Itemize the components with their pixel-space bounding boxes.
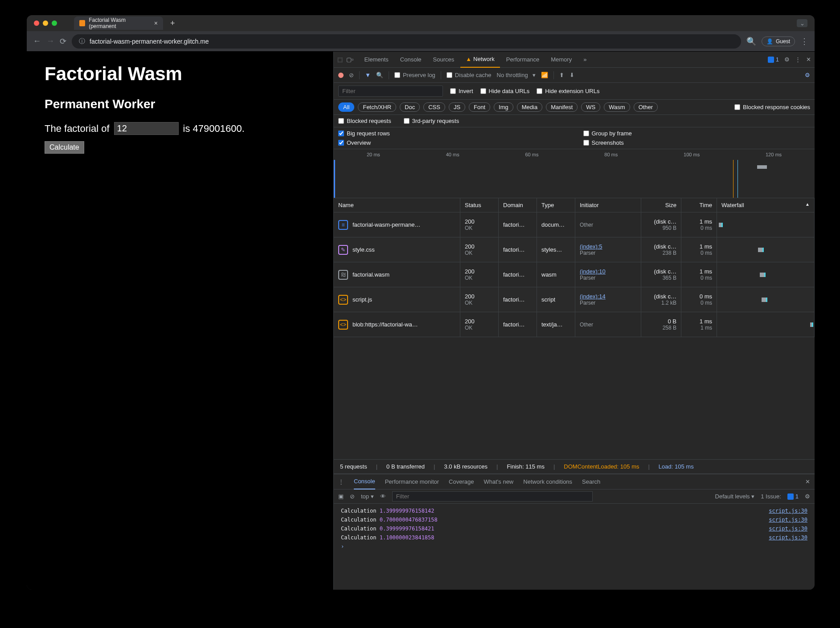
search-icon[interactable]: 🔍 bbox=[376, 72, 383, 78]
drawer-close-icon[interactable]: ✕ bbox=[805, 478, 810, 485]
log-source-link[interactable]: script.js:30 bbox=[769, 508, 807, 514]
overview-checkbox[interactable]: Overview bbox=[338, 139, 565, 146]
network-conditions-icon[interactable]: 📶 bbox=[541, 72, 548, 78]
console-issue-badge[interactable]: 1 bbox=[787, 493, 799, 500]
browser-window: Factorial Wasm (permanent × + ⌄ ← → ⟳ ⓘ … bbox=[27, 15, 815, 590]
tab-console[interactable]: Console bbox=[395, 52, 427, 68]
kebab-menu-icon[interactable]: ⋮ bbox=[800, 37, 808, 46]
console-settings-icon[interactable]: ⚙ bbox=[805, 493, 810, 500]
third-party-checkbox[interactable]: 3rd-party requests bbox=[404, 118, 459, 124]
drawer-kebab-icon[interactable]: ⋮ bbox=[338, 478, 344, 485]
tab-close-icon[interactable]: × bbox=[154, 20, 158, 27]
factorial-input[interactable] bbox=[114, 122, 179, 135]
col-waterfall[interactable]: Waterfall▲ bbox=[717, 198, 815, 212]
inspect-icon[interactable]: ⬚ bbox=[337, 56, 343, 63]
tab-network[interactable]: ▲Network bbox=[460, 52, 500, 68]
chip-img[interactable]: Img bbox=[494, 102, 513, 112]
log-source-link[interactable]: script.js:30 bbox=[769, 517, 807, 523]
table-row[interactable]: ≡factorial-wasm-permane… 200OK factori… … bbox=[334, 212, 815, 237]
chip-manifest[interactable]: Manifest bbox=[546, 102, 578, 112]
close-window-icon[interactable] bbox=[34, 20, 39, 26]
preserve-log-checkbox[interactable]: Preserve log bbox=[394, 72, 435, 78]
live-expression-icon[interactable]: 👁 bbox=[380, 493, 386, 500]
timeline-overview[interactable]: 20 ms 40 ms 60 ms 80 ms 100 ms 120 ms bbox=[334, 149, 815, 198]
console-clear-icon[interactable]: ⊘ bbox=[350, 493, 355, 500]
zoom-icon[interactable]: 🔍 bbox=[746, 37, 756, 46]
chip-other[interactable]: Other bbox=[634, 102, 658, 112]
big-rows-checkbox[interactable]: Big request rows bbox=[338, 130, 565, 137]
log-source-link[interactable]: script.js:30 bbox=[769, 534, 807, 541]
screenshots-checkbox[interactable]: Screenshots bbox=[583, 139, 811, 146]
drawer-tab-search[interactable]: Search bbox=[582, 478, 600, 485]
table-row[interactable]: <>blob:https://factorial-wa… 200OK facto… bbox=[334, 312, 815, 337]
hide-data-urls-checkbox[interactable]: Hide data URLs bbox=[480, 88, 530, 94]
tab-sources[interactable]: Sources bbox=[428, 52, 460, 68]
levels-select[interactable]: Default levels ▾ bbox=[715, 493, 755, 500]
console-prompt[interactable]: › bbox=[334, 542, 815, 551]
filter-toggle-icon[interactable]: ▼ bbox=[365, 72, 371, 78]
col-initiator[interactable]: Initiator bbox=[575, 198, 641, 212]
invert-checkbox[interactable]: Invert bbox=[450, 88, 473, 94]
tab-performance[interactable]: Performance bbox=[501, 52, 545, 68]
col-time[interactable]: Time bbox=[681, 198, 717, 212]
chip-css[interactable]: CSS bbox=[423, 102, 445, 112]
browser-tab[interactable]: Factorial Wasm (permanent × bbox=[74, 16, 163, 30]
devtools-close-icon[interactable]: ✕ bbox=[806, 56, 811, 63]
drawer-tab-whatsnew[interactable]: What's new bbox=[484, 478, 513, 485]
url-bar[interactable]: ⓘ factorial-wasm-permanent-worker.glitch… bbox=[72, 34, 741, 49]
new-tab-button[interactable]: + bbox=[168, 19, 178, 28]
calculate-button[interactable]: Calculate bbox=[45, 141, 84, 154]
chip-js[interactable]: JS bbox=[449, 102, 465, 112]
col-type[interactable]: Type bbox=[537, 198, 575, 212]
network-settings-icon[interactable]: ⚙ bbox=[805, 72, 810, 78]
log-source-link[interactable]: script.js:30 bbox=[769, 526, 807, 532]
context-select[interactable]: top ▾ bbox=[361, 493, 374, 500]
issues-badge[interactable]: 1 bbox=[768, 56, 779, 63]
drawer-tab-netcond[interactable]: Network conditions bbox=[523, 478, 572, 485]
maximize-window-icon[interactable] bbox=[52, 20, 57, 26]
chip-all[interactable]: All bbox=[338, 102, 354, 112]
device-toggle-icon[interactable]: ▢▫ bbox=[346, 56, 354, 63]
drawer-tab-coverage[interactable]: Coverage bbox=[449, 478, 474, 485]
col-domain[interactable]: Domain bbox=[499, 198, 537, 212]
console-filter-input[interactable] bbox=[392, 491, 593, 502]
chip-media[interactable]: Media bbox=[517, 102, 542, 112]
table-row[interactable]: ✎style.css 200OK factori… styles… (index… bbox=[334, 237, 815, 262]
console-body[interactable]: Calculation 1.399999976158142script.js:3… bbox=[334, 504, 815, 590]
chip-doc[interactable]: Doc bbox=[400, 102, 420, 112]
blocked-requests-checkbox[interactable]: Blocked requests bbox=[338, 118, 391, 124]
filter-input[interactable] bbox=[338, 86, 443, 97]
tab-memory[interactable]: Memory bbox=[545, 52, 577, 68]
upload-har-icon[interactable]: ⬆ bbox=[559, 72, 564, 78]
drawer-tab-perfmon[interactable]: Performance monitor bbox=[385, 478, 439, 485]
record-button[interactable] bbox=[338, 73, 344, 78]
group-frame-checkbox[interactable]: Group by frame bbox=[583, 130, 811, 137]
devtools-settings-icon[interactable]: ⚙ bbox=[784, 56, 790, 63]
chip-fetch-xhr[interactable]: Fetch/XHR bbox=[358, 102, 396, 112]
tab-elements[interactable]: Elements bbox=[359, 52, 394, 68]
throttling-select[interactable]: No throttling ▾ bbox=[497, 72, 536, 78]
col-status[interactable]: Status bbox=[460, 198, 499, 212]
back-button[interactable]: ← bbox=[33, 37, 41, 46]
sidebar-toggle-icon[interactable]: ▣ bbox=[338, 493, 344, 500]
col-name[interactable]: Name bbox=[334, 198, 460, 212]
table-row[interactable]: <>script.js 200OK factori… script (index… bbox=[334, 287, 815, 312]
chip-wasm[interactable]: Wasm bbox=[604, 102, 630, 112]
profile-chip[interactable]: 👤 Guest bbox=[762, 37, 795, 46]
disable-cache-checkbox[interactable]: Disable cache bbox=[447, 72, 492, 78]
chip-ws[interactable]: WS bbox=[581, 102, 600, 112]
devtools-kebab-icon[interactable]: ⋮ bbox=[795, 56, 801, 63]
chip-font[interactable]: Font bbox=[469, 102, 490, 112]
hide-ext-urls-checkbox[interactable]: Hide extension URLs bbox=[537, 88, 599, 94]
blocked-cookies-checkbox[interactable]: Blocked response cookies bbox=[734, 104, 810, 110]
reload-button[interactable]: ⟳ bbox=[60, 37, 66, 46]
minimize-window-icon[interactable] bbox=[43, 20, 48, 26]
table-row[interactable]: ₪factorial.wasm 200OK factori… wasm (ind… bbox=[334, 262, 815, 287]
download-har-icon[interactable]: ⬇ bbox=[570, 72, 574, 78]
chevron-down-icon[interactable]: ⌄ bbox=[797, 19, 807, 27]
tab-more[interactable]: » bbox=[578, 52, 592, 68]
site-info-icon[interactable]: ⓘ bbox=[79, 37, 85, 45]
col-size[interactable]: Size bbox=[641, 198, 681, 212]
drawer-tab-console[interactable]: Console bbox=[354, 474, 375, 489]
clear-button[interactable]: ⊘ bbox=[349, 72, 354, 78]
